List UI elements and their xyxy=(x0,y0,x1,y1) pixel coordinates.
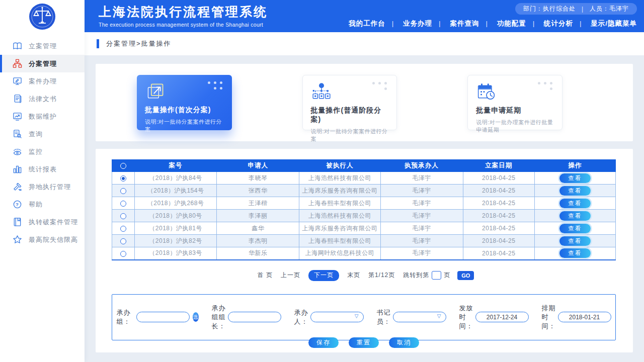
view-button[interactable]: 查看 xyxy=(559,224,591,233)
main-content: 批量操作(首次分案) 说明:对一批待分案案件进行分案 批量操作(普通阶段分案) … xyxy=(85,55,644,362)
page-first-button[interactable]: 首 页 xyxy=(258,271,273,280)
row-radio[interactable] xyxy=(120,188,126,194)
cell-case-no: （2018）沪执84号 xyxy=(135,172,217,185)
view-button[interactable]: 查看 xyxy=(559,199,591,208)
view-button[interactable]: 查看 xyxy=(559,211,591,221)
handler-input[interactable] xyxy=(310,312,364,322)
cell-filing-date: 2018-04-25 xyxy=(463,210,534,222)
view-button[interactable]: 查看 xyxy=(559,248,591,258)
reset-button[interactable]: 重置 xyxy=(349,337,379,348)
card-dots-decoration xyxy=(208,81,225,89)
book-icon xyxy=(13,41,22,51)
breadcrumb-bar: 分案管理>批量操作 xyxy=(85,32,644,55)
cell-filing-date: 2018-04-25 xyxy=(463,247,534,260)
sidebar-item-label: 最高院失信限高 xyxy=(29,235,78,244)
cell-executee: 上海席乐服务咨询有限公司 xyxy=(299,222,380,235)
view-button[interactable]: 查看 xyxy=(559,173,591,183)
batch-cards-panel: 批量操作(首次分案) 说明:对一批待分案案件进行分案 批量操作(普通阶段分案) … xyxy=(96,64,633,141)
sidebar-item-label: 分案管理 xyxy=(29,59,57,68)
cell-handler: 毛泽宇 xyxy=(380,185,463,197)
cell-handler: 毛泽宇 xyxy=(380,197,463,210)
table-header-row: 案号 申请人 被执行人 执预承办人 立案日期 操作 xyxy=(112,160,616,172)
top-nav-item[interactable]: 我的工作台 xyxy=(349,19,385,28)
star-icon xyxy=(13,235,22,244)
batch-action-card[interactable]: 批量操作(首次分案) 说明:对一批待分案案件进行分案 xyxy=(137,75,232,130)
table-row: （2018）沪执154号 张西华 上海席乐服务咨询有限公司 毛泽宇 2018-0… xyxy=(112,185,616,197)
user-department-badge: 部门：执行综合处 | 人员：毛泽宇 xyxy=(515,3,637,15)
app-title: 上海法院执行流程管理系统 xyxy=(99,4,268,20)
cell-handler: 毛泽宇 xyxy=(380,210,463,222)
page-prev-button[interactable]: 上一页 xyxy=(281,271,300,280)
cell-handler: 毛泽宇 xyxy=(380,235,463,247)
select-all-radio[interactable] xyxy=(120,163,126,169)
sidebar-item-7[interactable]: 统计报表 xyxy=(0,160,85,178)
card-title: 批量操作(首次分案) xyxy=(145,106,224,115)
handler-dropdown[interactable] xyxy=(310,312,364,322)
top-nav-item[interactable]: 统计分析 xyxy=(526,19,573,28)
row-radio[interactable] xyxy=(120,213,126,219)
view-button[interactable]: 查看 xyxy=(559,236,591,246)
go-button[interactable]: GO xyxy=(457,271,474,280)
bar-chart-icon xyxy=(13,164,22,174)
cell-applicant: 李杰明 xyxy=(217,235,299,247)
cancel-button[interactable]: 取消 xyxy=(389,337,419,348)
sidebar-item-8[interactable]: 异地执行管理 xyxy=(0,178,85,196)
cell-case-no: （2018）沪执81号 xyxy=(135,222,217,235)
group-select-button[interactable]: 选 xyxy=(193,312,199,322)
card-title: 批量操作(普通阶段分案) xyxy=(311,106,389,124)
sidebar-item-9[interactable]: ? 帮助 xyxy=(0,196,85,213)
page-last-button[interactable]: 末页 xyxy=(347,271,360,280)
breadcrumb: 分案管理>批量操作 xyxy=(106,39,172,48)
top-nav-item[interactable]: 业务办理 xyxy=(385,19,432,28)
svg-text:?: ? xyxy=(16,202,19,207)
table-row: （2018）沪执82号 李杰明 上海春熙丰型有限公司 毛泽宇 2018-04-2… xyxy=(112,235,616,247)
sidebar-item-6[interactable]: 监控 xyxy=(0,143,85,160)
sidebar-item-5[interactable]: 查询 xyxy=(0,125,85,143)
cell-applicant: 张西华 xyxy=(217,185,299,197)
jump-prefix-label: 跳转到第 xyxy=(403,271,429,280)
row-radio[interactable] xyxy=(120,251,126,257)
cell-applicant: 鑫华 xyxy=(217,222,299,235)
top-nav-item[interactable]: 案件查询 xyxy=(432,19,479,28)
sidebar-item-11[interactable]: 最高院失信限高 xyxy=(0,231,85,248)
app-subtitle: The execution process management system … xyxy=(99,22,268,28)
case-table: 案号 申请人 被执行人 执预承办人 立案日期 操作 （2018）沪执84号 李晓… xyxy=(112,159,616,260)
row-radio[interactable] xyxy=(120,175,126,182)
clerk-dropdown[interactable] xyxy=(393,312,446,322)
pagination: 首 页 上一页 下一页 末页 第1/12页 跳转到第 页 GO xyxy=(112,270,616,281)
sidebar-item-label: 立案管理 xyxy=(29,42,57,51)
jump-page-input[interactable] xyxy=(432,271,441,280)
schedule-time-input[interactable] xyxy=(558,312,611,322)
page-next-button[interactable]: 下一页 xyxy=(308,270,339,281)
sidebar-item-10[interactable]: 执转破案件管理 xyxy=(0,213,85,231)
group-leader-input[interactable] xyxy=(228,312,281,322)
document-icon xyxy=(13,94,22,104)
sidebar-item-3[interactable]: 法律文书 xyxy=(0,90,85,108)
group-input[interactable] xyxy=(136,312,190,322)
clerk-input[interactable] xyxy=(393,312,446,322)
issue-time-input[interactable] xyxy=(475,312,529,322)
save-button[interactable]: 保存 xyxy=(308,337,339,348)
cell-filing-date: 2018-04-25 xyxy=(463,185,534,197)
sidebar-item-0[interactable]: 立案管理 xyxy=(0,37,85,55)
sidebar-item-2[interactable]: 案件办理 xyxy=(0,72,85,90)
view-button[interactable]: 查看 xyxy=(559,186,591,196)
cell-applicant: 李晓琴 xyxy=(217,172,299,185)
card-description: 说明:对一批待分案案件进行分案 xyxy=(145,118,224,133)
top-nav-item[interactable]: 显示/隐藏菜单 xyxy=(573,19,637,28)
row-radio[interactable] xyxy=(120,238,126,244)
sidebar-item-4[interactable]: 数据维护 xyxy=(0,108,85,125)
row-radio[interactable] xyxy=(120,226,126,232)
table-row: （2018）沪执268号 王泽楷 上海春熙丰型有限公司 毛泽宇 2018-04-… xyxy=(112,197,616,210)
cell-case-no: （2018）沪执83号 xyxy=(135,247,217,260)
org-chart-icon xyxy=(13,59,22,68)
card-dots-decoration xyxy=(372,82,389,90)
header-filing-date: 立案日期 xyxy=(463,160,534,172)
sidebar-item-label: 执转破案件管理 xyxy=(29,218,78,227)
top-nav-item[interactable]: 功能配置 xyxy=(479,19,526,28)
row-radio[interactable] xyxy=(120,201,126,207)
batch-action-card[interactable]: 批量操作(普通阶段分案) 说明:对一批待分案案件进行分案 xyxy=(302,75,397,130)
sidebar: 立案管理 分案管理 案件办理 法律文书 数据维护 查询 监控 统计报表 异地执行… xyxy=(0,0,85,362)
batch-action-card[interactable]: 批量申请延期 说明:对一批办理案件进行批量申请延期 xyxy=(467,75,562,130)
sidebar-item-1[interactable]: 分案管理 xyxy=(0,55,85,72)
